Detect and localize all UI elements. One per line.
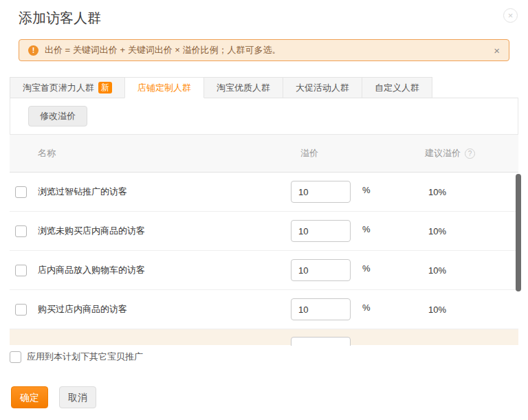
apply-checkbox[interactable]: [10, 351, 21, 363]
bid-formula-alert: ! 出价 = 关键词出价 + 关键词出价 × 溢价比例；人群可多选。 ×: [19, 39, 509, 61]
row-checkbox[interactable]: [15, 265, 27, 276]
apply-to-plan-row: 应用到本计划下其它宝贝推广: [10, 351, 143, 363]
modify-premium-button[interactable]: 修改溢价: [28, 106, 87, 126]
audience-name: 浏览未购买店内商品的访客: [38, 225, 145, 237]
warning-icon: !: [28, 45, 38, 56]
footer-actions: 确定 取消: [11, 386, 96, 408]
suggested-premium: 10%: [428, 305, 446, 315]
apply-checkbox-label: 应用到本计划下其它宝贝推广: [27, 351, 143, 363]
tab-label: 大促活动人群: [296, 78, 349, 98]
percent-unit: %: [362, 302, 371, 313]
premium-input[interactable]: [291, 259, 351, 281]
row-checkbox[interactable]: [15, 304, 27, 316]
percent-unit: %: [362, 263, 371, 274]
column-header-suggested-label: 建议溢价: [425, 147, 461, 159]
row-checkbox[interactable]: [15, 186, 27, 198]
table-row: 浏览过智钻推广的访客 % 10%: [10, 173, 518, 212]
audience-name: 店内商品放入购物车的访客: [38, 264, 145, 276]
table-row: 购买过店内商品的访客 % 10%: [10, 290, 518, 329]
tab-label: 店铺定制人群: [138, 78, 191, 98]
percent-unit: %: [362, 185, 371, 195]
dialog-close-icon[interactable]: ×: [503, 8, 518, 23]
tab-custom-audience[interactable]: 自定义人群: [362, 77, 432, 98]
column-header-premium: 溢价: [300, 147, 318, 159]
tab-taobao-quality-audience[interactable]: 淘宝优质人群: [204, 77, 283, 98]
confirm-button[interactable]: 确定: [11, 386, 48, 408]
page-title: 添加访客人群: [19, 9, 101, 27]
premium-input[interactable]: [291, 298, 351, 320]
premium-input[interactable]: [291, 337, 351, 346]
help-icon[interactable]: ?: [465, 148, 475, 159]
table-row-partial: [10, 329, 518, 345]
audience-name: 浏览过智钻推广的访客: [38, 186, 127, 198]
add-visitor-audience-dialog: { "dialog": { "title": "添加访客人群" }, "icon…: [0, 0, 528, 420]
premium-input[interactable]: [291, 220, 351, 242]
vertical-scrollbar-thumb[interactable]: [516, 174, 521, 291]
table-row: 浏览未购买店内商品的访客 % 10%: [10, 212, 518, 251]
tab-promo-event-audience[interactable]: 大促活动人群: [283, 77, 362, 98]
suggested-premium: 10%: [428, 187, 446, 197]
suggested-premium: 10%: [428, 226, 446, 236]
tab-label: 淘宝优质人群: [217, 78, 270, 98]
audience-table-body: 浏览过智钻推广的访客 % 10% 浏览未购买店内商品的访客 % 10% 店内商品…: [10, 173, 518, 346]
tab-taobao-homepage-potential[interactable]: 淘宝首页潜力人群 新: [10, 77, 125, 98]
new-badge: 新: [98, 82, 112, 93]
percent-unit: %: [362, 224, 371, 234]
table-row: 店内商品放入购物车的访客 % 10%: [10, 251, 518, 290]
tab-content-panel: 修改溢价: [10, 98, 518, 135]
alert-text: 出价 = 关键词出价 + 关键词出价 × 溢价比例；人群可多选。: [45, 44, 487, 56]
cancel-button[interactable]: 取消: [59, 386, 96, 408]
column-header-name: 名称: [38, 147, 56, 159]
audience-tabbar: 淘宝首页潜力人群 新 店铺定制人群 淘宝优质人群 大促活动人群 自定义人群: [10, 77, 518, 98]
tab-label: 淘宝首页潜力人群: [23, 78, 94, 98]
audience-name: 购买过店内商品的访客: [38, 303, 127, 316]
alert-close-icon[interactable]: ×: [494, 45, 500, 56]
row-checkbox[interactable]: [15, 225, 27, 237]
column-header-suggested: 建议溢价 ?: [425, 147, 475, 159]
suggested-premium: 10%: [428, 265, 446, 276]
tab-shop-custom-audience[interactable]: 店铺定制人群: [124, 77, 204, 98]
tab-label: 自定义人群: [375, 78, 419, 98]
table-header: 名称 溢价 建议溢价 ?: [10, 135, 518, 173]
premium-input[interactable]: [291, 181, 351, 203]
